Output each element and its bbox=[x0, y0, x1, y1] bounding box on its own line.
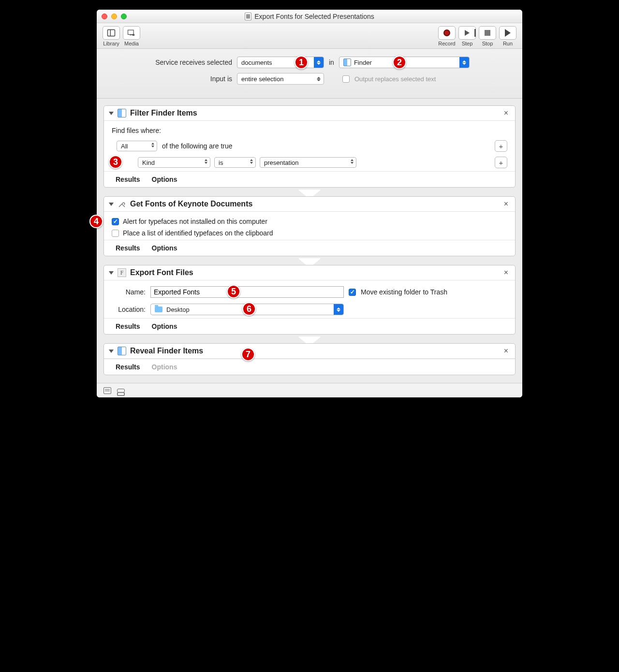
disclosure-triangle-icon[interactable] bbox=[109, 203, 114, 206]
condition-attribute-popup[interactable]: Kind bbox=[138, 157, 210, 168]
titlebar: Export Fonts for Selected Presentations bbox=[97, 10, 522, 23]
action-filter-finder-items: Filter Finder Items × Find files where: … bbox=[103, 105, 516, 188]
annotation-badge-2: 2 bbox=[393, 56, 406, 69]
stop-icon bbox=[485, 30, 490, 36]
remove-action-button[interactable]: × bbox=[502, 109, 510, 117]
receives-label: Service receives selected bbox=[106, 58, 232, 66]
step-icon bbox=[465, 30, 470, 36]
stop-button[interactable]: Stop bbox=[479, 26, 496, 46]
add-condition-button[interactable]: + bbox=[495, 157, 507, 168]
disclosure-triangle-icon[interactable] bbox=[109, 350, 114, 353]
alert-typefaces-label: Alert for typefaces not installed on thi… bbox=[123, 218, 267, 225]
in-label: in bbox=[329, 58, 334, 66]
annotation-badge-3: 3 bbox=[109, 155, 122, 169]
results-button[interactable]: Results bbox=[116, 175, 140, 183]
annotation-badge-5: 5 bbox=[227, 285, 240, 298]
svg-rect-0 bbox=[108, 29, 115, 36]
play-icon bbox=[505, 29, 511, 37]
action-reveal-finder-items: Reveal Finder Items 7 × Results Options bbox=[103, 343, 516, 375]
condition-value-popup[interactable]: presentation bbox=[260, 157, 356, 168]
remove-action-button[interactable]: × bbox=[502, 347, 510, 355]
name-label: Name: bbox=[112, 288, 146, 296]
match-popup[interactable]: All bbox=[117, 141, 157, 151]
action-title: Reveal Finder Items bbox=[130, 347, 203, 355]
alert-typefaces-checkbox[interactable] bbox=[112, 218, 119, 225]
run-button[interactable]: Run bbox=[499, 26, 516, 46]
results-button[interactable]: Results bbox=[116, 363, 140, 371]
remove-action-button[interactable]: × bbox=[502, 200, 510, 208]
action-title: Get Fonts of Keynote Documents bbox=[130, 200, 252, 208]
results-button[interactable]: Results bbox=[116, 322, 140, 330]
app-popup[interactable]: Finder 2 bbox=[339, 57, 470, 68]
action-title: Filter Finder Items bbox=[130, 109, 197, 117]
svg-point-3 bbox=[133, 34, 134, 36]
move-to-trash-checkbox[interactable] bbox=[349, 289, 356, 296]
action-title: Export Font Files bbox=[130, 268, 193, 277]
find-files-label: Find files where: bbox=[112, 127, 507, 134]
record-button[interactable]: Record bbox=[438, 26, 456, 46]
svg-rect-2 bbox=[128, 30, 134, 34]
action-get-fonts: Get Fonts of Keynote Documents × 4 Alert… bbox=[103, 196, 516, 256]
font-icon: F bbox=[118, 268, 126, 277]
output-replaces-checkbox bbox=[342, 75, 350, 83]
chevron-updown-icon bbox=[334, 304, 343, 315]
library-button[interactable]: Library bbox=[103, 26, 120, 46]
minimize-window-button[interactable] bbox=[111, 14, 117, 19]
move-to-trash-label: Move existing folder to Trash bbox=[361, 288, 447, 296]
step-button[interactable]: Step bbox=[458, 26, 476, 46]
disclosure-triangle-icon[interactable] bbox=[109, 271, 114, 275]
remove-action-button[interactable]: × bbox=[502, 268, 510, 277]
window-title: Export Fonts for Selected Presentations bbox=[97, 13, 522, 20]
disclosure-triangle-icon[interactable] bbox=[109, 112, 114, 115]
workflow-area: Filter Finder Items × Find files where: … bbox=[97, 99, 522, 383]
clipboard-list-checkbox[interactable] bbox=[112, 230, 119, 237]
options-button[interactable]: Options bbox=[152, 244, 177, 252]
media-button[interactable]: Media bbox=[123, 26, 140, 46]
annotation-badge-6: 6 bbox=[242, 302, 256, 316]
document-icon bbox=[245, 13, 251, 20]
zoom-window-button[interactable] bbox=[121, 14, 127, 19]
match-suffix-label: of the following are true bbox=[162, 142, 233, 150]
log-view-button[interactable] bbox=[103, 387, 111, 394]
close-window-button[interactable] bbox=[102, 14, 107, 19]
annotation-badge-1: 1 bbox=[295, 56, 308, 69]
finder-icon bbox=[118, 347, 126, 355]
variables-view-button[interactable] bbox=[117, 389, 125, 393]
options-button-disabled: Options bbox=[152, 363, 177, 371]
automator-window: Export Fonts for Selected Presentations … bbox=[97, 10, 522, 397]
results-button[interactable]: Results bbox=[116, 244, 140, 252]
chevron-updown-icon bbox=[459, 57, 469, 68]
add-group-button[interactable]: + bbox=[495, 140, 507, 152]
chevron-updown-icon bbox=[314, 73, 324, 84]
condition-operator-popup[interactable]: is bbox=[214, 157, 256, 168]
clipboard-list-label: Place a list of identified typefaces on … bbox=[123, 229, 273, 237]
annotation-badge-7: 7 bbox=[241, 348, 255, 361]
input-is-label: Input is bbox=[106, 75, 232, 83]
location-label: Location: bbox=[112, 306, 146, 313]
annotation-badge-4: 4 bbox=[89, 215, 103, 228]
record-icon bbox=[443, 29, 450, 36]
receives-popup[interactable]: documents 1 bbox=[237, 57, 324, 68]
finder-icon bbox=[118, 109, 126, 117]
folder-icon bbox=[155, 307, 162, 312]
action-export-font-files: F Export Font Files × Name: 5 Move exist… bbox=[103, 265, 516, 335]
options-button[interactable]: Options bbox=[152, 175, 177, 183]
bottom-bar bbox=[97, 383, 522, 397]
service-config: Service receives selected documents 1 in… bbox=[97, 49, 522, 99]
chevron-updown-icon bbox=[314, 57, 324, 68]
window-controls bbox=[102, 14, 127, 19]
output-replaces-label: Output replaces selected text bbox=[354, 75, 436, 83]
tools-icon bbox=[118, 200, 126, 208]
toolbar: Library Media Record Step Stop Run bbox=[97, 23, 522, 49]
options-button[interactable]: Options bbox=[152, 322, 177, 330]
finder-icon bbox=[343, 58, 351, 66]
input-is-popup[interactable]: entire selection bbox=[237, 73, 324, 85]
export-name-input[interactable] bbox=[150, 286, 344, 298]
